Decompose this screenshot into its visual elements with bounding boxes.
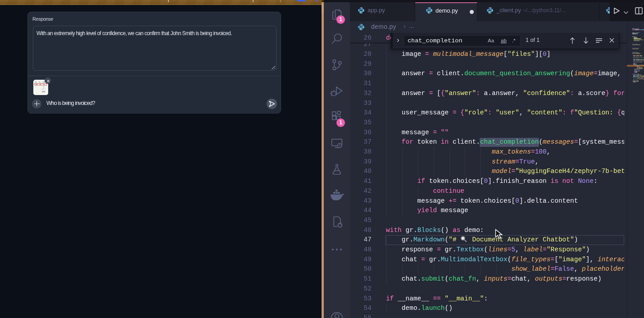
svg-text:$93: $93 bbox=[42, 91, 45, 93]
